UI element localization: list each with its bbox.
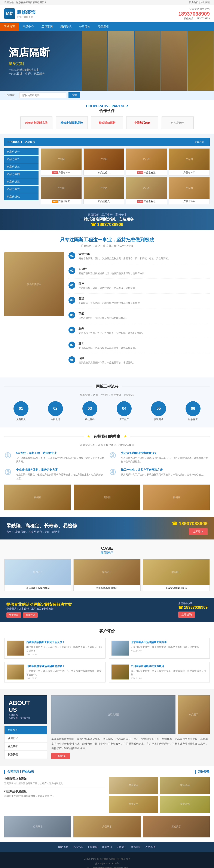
product-card-6[interactable]: 产品图 产品名称六 <box>83 177 125 204</box>
hero-subtitle: 量身定制 <box>8 61 50 66</box>
dynamics-item-2: 行业展会参展信息 我司将参加2024年国际建材展，欢迎莅临参观... <box>4 789 106 798</box>
products-section: PRODUCT 产品展示 更多产品 产品分类一 产品分类二 产品分类三 产品分类… <box>0 133 214 209</box>
banner4-links: 免费量尺 方案设计 <box>6 612 72 618</box>
footer: Copyright © 某某装修装饰有限公司 版权所有 豫ICP备XXXXXXX… <box>0 852 214 868</box>
product-cat-6[interactable]: 产品分类六 <box>4 186 38 193</box>
partners-section: COOPERATIVE PARTNER 合作伙伴 精致定制隔断品牌 精致定制隔断… <box>0 100 214 133</box>
case-img-2: 案例图片 <box>74 559 140 585</box>
products-grid: 产品图 NEW 产品名称一 产品图 产品名称二 产品图 NEW 产品名称三 产品… <box>41 148 210 204</box>
about-company-sub: 高端定制、量身定制 <box>8 716 43 720</box>
process-title: 隔断工程流程 <box>96 384 118 389</box>
logo-icon: M装 <box>4 8 15 19</box>
why-item-8: 08 保障 提供完整的质量保障体系，产品质量可靠，售后无忧。 <box>69 356 210 368</box>
partners-title-cn: 合作伙伴 <box>4 108 210 113</box>
reasons-images: 案例图 案例图 案例图 <box>4 485 210 510</box>
product-cat-1[interactable]: 产品分类一 <box>4 148 38 155</box>
product-title-5: HOT 产品名称五 <box>41 199 82 204</box>
main-nav: 网站首页 产品中心 工程案例 新闻资讯 公司简介 联系我们 <box>0 23 214 31</box>
footer-icp: 豫ICP备XXXXXXXX号 <box>4 861 210 866</box>
product-cat-4[interactable]: 产品分类四 <box>4 171 38 178</box>
footer-nav-products[interactable]: 产品中心 <box>73 845 83 849</box>
about-nav-contact[interactable]: 联系我们 <box>4 751 47 759</box>
search-input[interactable] <box>19 93 66 98</box>
case-card-1[interactable]: 案例图片 酒店隔断工程案例展示 <box>4 559 71 591</box>
product-card-4[interactable]: 产品图 产品名称四 <box>169 148 210 176</box>
reason-item-1: ① 5年专注，隔断工程一站式都专业 专注隔断工程领域5年，积累了丰富的设计经验和… <box>4 451 105 464</box>
case-card-3[interactable]: 案例图片 会议室隔断案例展示 <box>143 559 210 591</box>
dynamics-item-1: 公司新品上市通知 近期我司推出新款活动隔断产品，欢迎广大客户咨询选购... <box>4 777 106 787</box>
nav-item-home[interactable]: 网站首页 <box>0 23 19 31</box>
banner3-consult-button[interactable]: 立即咨询 <box>189 528 208 535</box>
footer-nav-home[interactable]: 网站首页 <box>58 845 69 849</box>
case-title-3: 会议室隔断案例展示 <box>143 585 210 591</box>
case-card-2[interactable]: 案例图片 宴会厅隔断案例展示 <box>73 559 140 591</box>
reasons-sub: 让大伙儿认可，让万千客户坚定不移的选择我们 <box>4 443 210 447</box>
hero-desc1: 一站式活动隔断解决方案 <box>8 68 50 72</box>
process-sub: 隔断定制，从每一个细节，为您省钱、为您贴心 <box>4 393 210 397</box>
step-circle-1: 01 <box>14 401 28 416</box>
reviews-title: 客户评价 <box>99 628 115 633</box>
honor-title: 荣誉资质 <box>195 770 210 774</box>
footer-nav-contact[interactable]: 联系我们 <box>131 845 141 849</box>
banner4-link-1[interactable]: 免费量尺 <box>6 612 21 618</box>
footer-nav-about[interactable]: 公司简介 <box>116 845 127 849</box>
about-title-text: ABOUTUS <box>8 700 43 713</box>
nav-item-products[interactable]: 产品中心 <box>19 23 38 31</box>
company-dynamics-section: 公司动态 | 行业动态 荣誉资质 公司新品上市通知 近期我司推出新款活动隔断产品… <box>0 766 214 842</box>
footer-nav-message[interactable]: 在线留言 <box>145 845 156 849</box>
step-label-2: 方案设计 <box>39 418 72 421</box>
product-card-2[interactable]: 产品图 产品名称二 <box>83 148 125 176</box>
product-img-3: 产品图 <box>126 149 167 170</box>
about-nav-history[interactable]: 发展历程 <box>4 735 47 743</box>
about-logo-block: ABOUTUS 某某装饰 高端定制、量身定制 <box>4 695 47 724</box>
partner-item-5: 合作品牌五 <box>162 117 194 129</box>
step-label-3: 确认签约 <box>73 418 107 421</box>
nav-item-news[interactable]: 新闻资讯 <box>56 23 75 31</box>
reasons-img-2: 案例图 <box>74 485 140 510</box>
cases-title-cn: 案例展示 <box>4 551 210 555</box>
about-nav-intro[interactable]: 公司简介 <box>4 726 47 735</box>
phone-number: 18937038909 <box>178 11 210 17</box>
products-more-button[interactable]: 更多产品 <box>192 140 207 145</box>
footer-nav-news[interactable]: 新闻资讯 <box>102 845 112 849</box>
product-card-8[interactable]: 产品图 产品名称八 <box>169 177 210 204</box>
nav-item-cases[interactable]: 工程案例 <box>38 23 56 31</box>
review-card-4: 广州某酒店隔断系统改造项目 施工团队专业负责，整个工程按期完工，质量有保障，客户… <box>109 662 210 682</box>
nav-item-contact[interactable]: 联系我们 <box>94 23 113 31</box>
reasons-icon-left: ★ <box>87 434 90 439</box>
reviews-grid: 西藏某酒店隔断工程完工后反馈？ 本次施工非常专业，从设计到安装都很到位，隔音效果… <box>4 638 210 682</box>
step-circle-2: 02 <box>48 401 63 416</box>
banner4-right: 全国服务热线 ☎ 18937038909 立即咨询 <box>178 602 208 618</box>
product-card-3[interactable]: 产品图 NEW 产品名称三 <box>126 148 167 176</box>
dynamics-desc-1: 近期我司推出新款活动隔断产品，欢迎广大客户咨询选购... <box>4 782 106 785</box>
product-cat-5[interactable]: 产品分类五 <box>4 178 38 185</box>
product-card-5[interactable]: 产品图 HOT 产品名称五 <box>41 177 82 204</box>
product-title-7: NEW 产品名称七 <box>126 199 167 204</box>
banner4-consult-button[interactable]: 立即咨询 <box>178 612 195 618</box>
process-section: 隔断工程流程 隔断定制，从每一个细节，为您省钱、为您贴心 01 免费量尺 02 … <box>0 377 214 428</box>
review-img-1 <box>7 641 24 655</box>
step-label-1: 免费量尺 <box>4 418 38 421</box>
product-img-6: 产品图 <box>84 177 124 199</box>
topbar-right: 设为首页 | 加入收藏 <box>189 1 210 4</box>
product-cat-3[interactable]: 产品分类三 <box>4 163 38 170</box>
step-label-4: 工厂生产 <box>107 418 141 421</box>
product-card-1[interactable]: 产品图 NEW 产品名称一 <box>41 148 82 176</box>
why-num-4: 04 <box>69 297 75 304</box>
banner3-sub: 大客户 诚信 传统、互联网 融合，走出了新路子 <box>6 530 77 534</box>
product-cat-7[interactable]: 产品分类七 <box>4 193 38 200</box>
about-nav-honor[interactable]: 资质荣誉 <box>4 743 47 751</box>
footer-nav-cases[interactable]: 工程案例 <box>87 845 98 849</box>
reason-num-2: ② <box>109 451 118 460</box>
banner4-left: 提供专业的活动隔断定制安装解决方案 免费量尺 | 方案设计 | 工厂加工 | 专… <box>6 602 72 618</box>
nav-item-about[interactable]: 公司简介 <box>75 23 94 31</box>
partners-title-en: COOPERATIVE PARTNER <box>4 104 210 108</box>
about-company: 某某装饰 <box>8 713 43 716</box>
product-card-7[interactable]: 产品图 NEW 产品名称七 <box>126 177 167 204</box>
product-cat-2[interactable]: 产品分类二 <box>4 156 38 163</box>
search-button[interactable]: 搜索 <box>69 92 80 98</box>
about-more-button[interactable]: 了解更多 <box>51 753 70 759</box>
reason-num-3: ③ <box>4 468 13 477</box>
banner4-link-2[interactable]: 方案设计 <box>23 612 38 618</box>
why-text-5: 节能 采用环保材料，节能环保，符合绿色建筑标准。 <box>79 312 128 320</box>
